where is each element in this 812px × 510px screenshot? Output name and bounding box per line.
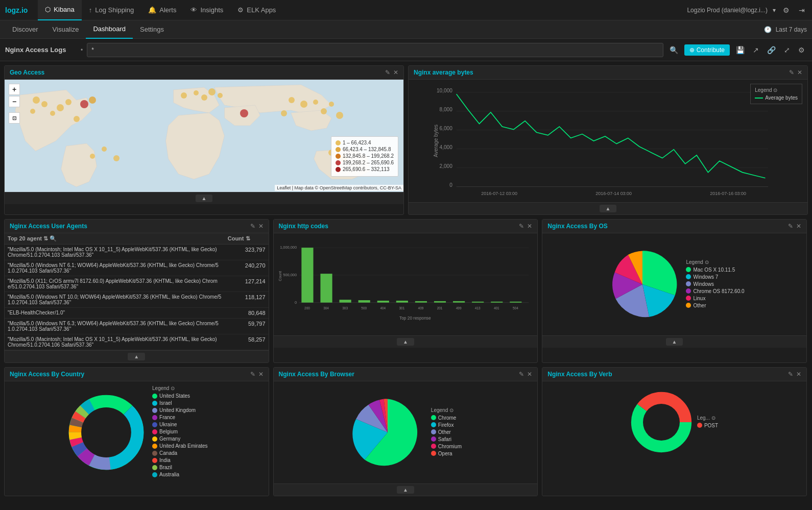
- user-agents-collapse-btn[interactable]: ▲: [128, 353, 145, 360]
- save-icon[interactable]: 💾: [734, 45, 747, 55]
- browser-other: Other: [431, 429, 462, 435]
- map-dot: [41, 101, 47, 107]
- access-by-os-collapse-btn[interactable]: ▲: [666, 338, 683, 346]
- legend-item-5: 265,690.6 – 332,113: [336, 166, 394, 172]
- browser-safari-label: Safari: [438, 436, 451, 442]
- tab-discover-label: Discover: [12, 26, 38, 33]
- count-cell: 118,127: [225, 292, 269, 308]
- nav-insights[interactable]: 👁 Insights: [183, 0, 230, 20]
- share-icon[interactable]: ↗: [751, 45, 761, 55]
- access-by-browser-edit-btn[interactable]: ✎: [519, 371, 524, 378]
- access-by-browser-collapse-btn[interactable]: ▲: [397, 486, 414, 494]
- access-by-os-edit-btn[interactable]: ✎: [788, 223, 793, 230]
- access-by-browser-close-btn[interactable]: ✕: [527, 371, 532, 378]
- http-codes-collapse-btn[interactable]: ▲: [397, 338, 414, 346]
- access-by-os-footer: ▲: [542, 335, 806, 348]
- svg-text:499: 499: [456, 306, 461, 310]
- map-dot: [329, 102, 334, 107]
- table-row: "Mozilla/5.0 (Macintosh; Intel Mac OS X …: [5, 245, 269, 260]
- nav-alerts[interactable]: 🔔 Alerts: [141, 0, 183, 20]
- svg-point-50: [81, 407, 131, 457]
- nav-kibana[interactable]: ⬡ Kibana: [38, 0, 81, 20]
- map-zoom-in-btn[interactable]: +: [9, 84, 20, 95]
- access-by-verb-edit-btn[interactable]: ✎: [788, 371, 793, 378]
- svg-text:301: 301: [399, 306, 404, 310]
- agent-cell: "Mozilla/5.0 (Macintosh; Intel Mac OS X …: [5, 245, 225, 260]
- http-codes-header: Nginx http codes ✎ ✕: [274, 220, 538, 233]
- logout-icon[interactable]: ⇥: [797, 5, 807, 15]
- svg-text:201: 201: [437, 306, 442, 310]
- browser-pie-svg: [349, 394, 426, 471]
- search-input[interactable]: [87, 43, 663, 57]
- browser-legend-title: Legend ⊙: [431, 407, 462, 413]
- options-icon[interactable]: ⚙: [796, 45, 807, 55]
- country-fr: France: [152, 415, 208, 420]
- geo-access-edit-btn[interactable]: ✎: [385, 69, 390, 76]
- http-codes-close-btn[interactable]: ✕: [527, 223, 532, 230]
- map-dot: [313, 100, 318, 105]
- tab-dashboard[interactable]: Dashboard: [86, 20, 133, 39]
- http-codes-actions: ✎ ✕: [519, 223, 532, 230]
- nginx-avg-bytes-edit-btn[interactable]: ✎: [789, 69, 794, 76]
- access-by-os-close-btn[interactable]: ✕: [796, 223, 801, 230]
- legend-item-3: 132,845.8 – 199,268.2: [336, 153, 394, 159]
- nav-log-shipping[interactable]: ↑ Log Shipping: [82, 0, 141, 20]
- access-by-verb-panel: Nginx Access By Verb ✎ ✕ Leg... ⊙ POST: [542, 367, 807, 496]
- country-donut-svg: [65, 392, 147, 473]
- nav-elk-apps[interactable]: ⚙ ELK Apps: [230, 0, 283, 20]
- user-agents-actions: ✎ ✕: [250, 223, 264, 230]
- nav-elk-apps-label: ELK Apps: [247, 6, 276, 14]
- user-agents-title: Nginx Access User Agents: [10, 223, 87, 230]
- geo-access-collapse-btn[interactable]: ▲: [196, 195, 213, 202]
- country-il: Israel: [152, 400, 208, 406]
- contribute-button[interactable]: ⊕ Contribute: [684, 44, 730, 56]
- bar-304: [320, 274, 332, 303]
- access-by-country-edit-btn[interactable]: ✎: [250, 371, 255, 378]
- search-button[interactable]: 🔍: [667, 45, 680, 55]
- map-dot: [281, 110, 287, 116]
- os-legend: Legend ⊙ Mac OS X 10.11.5 Windows 7 Wind…: [686, 259, 744, 310]
- legend-label-5: 265,690.6 – 332,113: [343, 166, 390, 172]
- legend-dot-4: [336, 160, 341, 165]
- link-icon[interactable]: 🔗: [765, 45, 778, 55]
- nginx-avg-bytes-chart-area: Legend ⊙ Average bytes 10,000 8,000 6,00…: [409, 80, 807, 202]
- svg-text:303: 303: [342, 306, 348, 310]
- bar-404: [377, 301, 389, 303]
- access-by-os-content: Legend ⊙ Mac OS X 10.11.5 Windows 7 Wind…: [542, 233, 806, 335]
- access-by-os-actions: ✎ ✕: [788, 223, 801, 230]
- access-by-browser-footer: ▲: [274, 483, 538, 496]
- expand-icon[interactable]: ⤢: [782, 45, 792, 55]
- geo-access-close-btn[interactable]: ✕: [393, 69, 398, 76]
- user-agents-close-btn[interactable]: ✕: [258, 223, 264, 230]
- country-br: Brazil: [152, 465, 208, 470]
- account-chevron-icon[interactable]: ▾: [773, 7, 776, 14]
- bar-504: [510, 302, 521, 303]
- tab-visualize[interactable]: Visualize: [45, 20, 86, 39]
- map-zoom-out-btn[interactable]: −: [9, 96, 20, 107]
- access-by-verb-close-btn[interactable]: ✕: [796, 371, 801, 378]
- user-agents-header: Nginx Access User Agents ✎ ✕: [5, 220, 269, 233]
- access-by-country-close-btn[interactable]: ✕: [258, 371, 264, 378]
- logo[interactable]: logz.io: [5, 6, 28, 14]
- avg-bytes-legend-line: [755, 98, 763, 99]
- os-legend-chromeos: Chrome OS 8172.60.0: [686, 288, 744, 294]
- map-dot: [218, 93, 223, 98]
- tab-settings[interactable]: Settings: [133, 20, 171, 39]
- country-legend-title: Legend ⊙: [152, 385, 208, 391]
- http-codes-edit-btn[interactable]: ✎: [519, 223, 524, 230]
- nginx-avg-bytes-close-btn[interactable]: ✕: [797, 69, 802, 76]
- user-agents-footer: ▲: [5, 350, 269, 362]
- map-dot: [30, 109, 35, 114]
- nginx-avg-bytes-collapse-btn[interactable]: ▲: [600, 205, 617, 212]
- agent-col-header[interactable]: Top 20 agent ⇅ 🔍: [5, 233, 225, 245]
- count-col-header[interactable]: Count ⇅: [225, 233, 269, 245]
- count-cell: 240,270: [225, 260, 269, 276]
- tab-discover[interactable]: Discover: [5, 20, 45, 39]
- browser-firefox: Firefox: [431, 422, 462, 428]
- user-agents-edit-btn[interactable]: ✎: [250, 223, 255, 230]
- browser-safari: Safari: [431, 436, 462, 442]
- settings-icon[interactable]: ⚙: [781, 5, 792, 15]
- map-bbox-btn[interactable]: ⊡: [9, 112, 20, 124]
- user-agents-tbody: "Mozilla/5.0 (Macintosh; Intel Mac OS X …: [5, 245, 269, 350]
- avg-bytes-legend: Legend ⊙ Average bytes: [750, 84, 802, 104]
